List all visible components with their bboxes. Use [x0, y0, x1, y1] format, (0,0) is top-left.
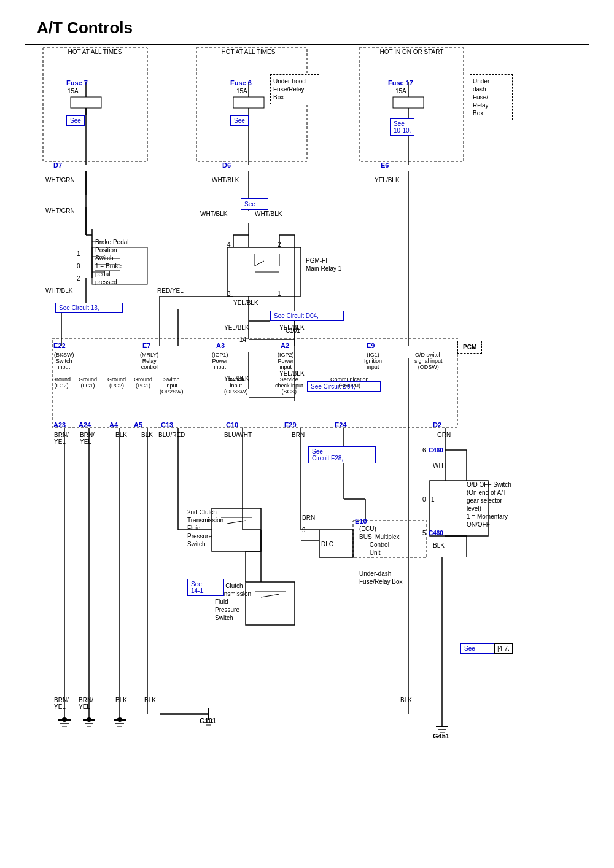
- switch-input-op2sw: Switchinput(OP2SW): [160, 376, 184, 395]
- ground-pg1: Ground(PG1): [134, 376, 152, 389]
- svg-rect-5: [71, 97, 101, 108]
- pcm-label: PCM: [457, 341, 482, 354]
- svg-rect-0: [43, 48, 147, 161]
- connector-C10: C10: [226, 421, 238, 428]
- svg-rect-73: [246, 582, 295, 625]
- switch-num-2: 2: [77, 275, 80, 282]
- ground-dot-2: [87, 717, 91, 722]
- wire-brn-e29: BRN: [292, 432, 305, 438]
- wire-redyel: RED/YEL: [157, 287, 184, 294]
- ground-dot-3: [117, 717, 122, 722]
- wire-brnyel-bot2: BRN/YEL: [79, 697, 93, 710]
- see-link-fuse7[interactable]: See: [66, 115, 85, 126]
- see-circuit-f28[interactable]: SeeCircuit F28,: [308, 446, 376, 463]
- see-4-7-num: |4-7.: [494, 643, 513, 654]
- wire-yelblk-2: YEL/BLK: [224, 324, 249, 331]
- svg-rect-25: [227, 247, 301, 296]
- wire-yelblk-e6: YEL/BLK: [375, 177, 400, 184]
- ground-lg1: Ground(LG1): [79, 376, 97, 389]
- od-switch-signal: O/D switchsignal input(ODSW): [414, 352, 443, 370]
- wire-blk-a5: BLK: [141, 432, 153, 438]
- svg-rect-11: [393, 97, 424, 108]
- dlc-label: DLC: [321, 541, 333, 548]
- see-14-1[interactable]: See14-1.: [187, 579, 224, 596]
- see-4-7[interactable]: See: [460, 643, 494, 654]
- pgmfi-relay-label: PGM-FIMain Relay 1: [306, 257, 341, 273]
- c460-bot-label: C460: [429, 530, 443, 537]
- switch-num-0: 0: [77, 263, 80, 269]
- multiplex-unit-label: (ECU)BUS Multiplex Control Unit: [359, 525, 400, 557]
- wire-whtblk-d6: WHT/BLK: [212, 177, 239, 184]
- connector-A3: A3: [216, 342, 225, 349]
- wire-whtblk-mid: WHT/BLK: [45, 287, 72, 294]
- connector-E6: E6: [381, 161, 389, 169]
- underdash-box-bottom: Under-dashFuse/Relay Box: [359, 570, 403, 586]
- connector-C13: C13: [161, 421, 173, 428]
- wire-whtgrn-1: WHT/GRN: [45, 177, 75, 184]
- fuse6-label: Fuse 6: [230, 79, 252, 87]
- wire-blk-bot2: BLK: [144, 697, 156, 703]
- connector-E7: E7: [142, 342, 150, 349]
- fuse17-label: Fuse 17: [388, 79, 413, 87]
- switch-input-op3sw: Switchinput(OP3SW): [224, 376, 248, 395]
- page-title: A/T Controls: [0, 0, 614, 44]
- connector-E24: E24: [335, 421, 347, 428]
- ground-lg2: Ground(LG2): [52, 376, 71, 389]
- hot-label-2: HOT AT ALL TIMES: [198, 48, 299, 55]
- see-link-fuse6[interactable]: See: [230, 115, 249, 126]
- wire-brn-e29b: BRN: [302, 514, 315, 521]
- wiring-diagram: [25, 45, 589, 829]
- wire-blk-c460b: BLK: [433, 542, 445, 549]
- see-link-d6[interactable]: See: [241, 198, 268, 210]
- od-off-switch-label: O/D OFF Switch(On end of A/Tgear selecto…: [467, 481, 511, 529]
- relay-num-3: 3: [227, 290, 231, 297]
- switch-num-1: 1: [77, 250, 80, 257]
- c460-top-label: C460: [429, 447, 443, 454]
- wire-yelblk-3: YEL/BLK: [279, 324, 305, 331]
- ground-pg2: Ground(PG2): [107, 376, 126, 389]
- connector-E22: E22: [53, 342, 66, 349]
- svg-line-75: [261, 594, 279, 597]
- od-switch-sym: 0 1: [422, 496, 434, 503]
- connector-D7: D7: [53, 161, 62, 169]
- wire-whtblk-relay: WHT/BLK: [255, 211, 282, 217]
- svg-line-29: [255, 261, 264, 266]
- connector-A2: A2: [281, 342, 289, 349]
- connector-D6: D6: [222, 161, 231, 169]
- signal-igp1: (IGP1)Powerinput: [212, 352, 228, 370]
- svg-rect-2: [359, 48, 464, 161]
- wire-bluwht: BLU/WHT: [224, 432, 252, 438]
- relay-num-2: 2: [278, 241, 281, 248]
- g101-label: G101: [200, 717, 216, 724]
- wire-brnyel-a24: BRN/YEL: [80, 432, 95, 445]
- wire-blured: BLU/RED: [158, 432, 185, 438]
- see-10-10[interactable]: See10-10.: [390, 118, 414, 136]
- wire-grn-d2: GRN: [437, 432, 451, 438]
- hot-label-1: HOT AT ALL TIMES: [44, 48, 146, 55]
- underhood-box-label: Under-hoodFuse/RelayBox: [270, 74, 319, 104]
- wire-blk-bot1: BLK: [115, 697, 127, 703]
- fuse7-label: Fuse 7: [66, 79, 88, 87]
- 2nd-clutch-switch-label: 2nd ClutchTransmissionFluidPressureSwitc…: [187, 508, 223, 548]
- connector-E9: E9: [367, 342, 375, 349]
- diagram-container: HOT AT ALL TIMES HOT AT ALL TIMES HOT IN…: [25, 44, 589, 829]
- see-circuit-d04-1[interactable]: See Circuit D04,: [270, 311, 344, 321]
- signal-igp2: (IGP2)Powerinput: [278, 352, 294, 370]
- svg-rect-8: [233, 97, 264, 108]
- hot-label-3: HOT IN ON OR START: [361, 48, 462, 55]
- connector-A24: A24: [79, 421, 91, 428]
- svg-rect-1: [196, 48, 307, 161]
- wire-blk-e6-bot: BLK: [400, 697, 412, 703]
- service-check: Servicecheck input(SCS): [275, 376, 303, 395]
- c101-14: 14: [239, 336, 246, 343]
- connector-A23: A23: [53, 421, 66, 428]
- fuse6-amps: 15A: [236, 88, 247, 95]
- see-circuit-13[interactable]: See Circuit 13,: [55, 303, 123, 313]
- communication-sefmj: Communication(SEFMJ): [330, 376, 369, 389]
- wire-brnyel-a23: BRN/YEL: [54, 432, 69, 445]
- connector-D2: D2: [433, 421, 441, 428]
- relay-num-4: 4: [227, 241, 231, 248]
- wire-blk-a4: BLK: [115, 432, 127, 438]
- fuse17-amps: 15A: [395, 88, 406, 95]
- wire-yelblk-1: YEL/BLK: [233, 300, 258, 306]
